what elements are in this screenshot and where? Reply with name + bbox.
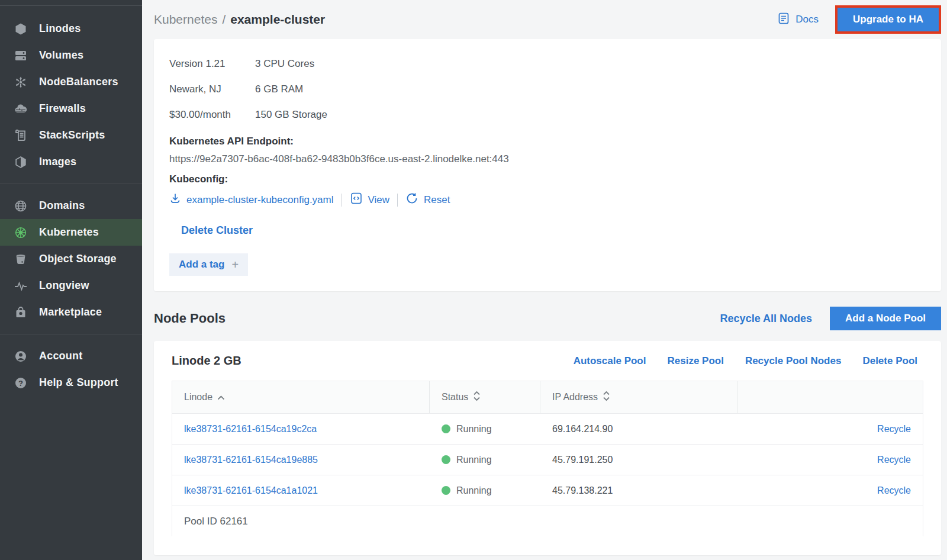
sidebar-item-label: Account bbox=[39, 350, 82, 362]
code-view-icon bbox=[350, 192, 363, 208]
download-icon bbox=[169, 192, 181, 207]
volumes-icon bbox=[13, 48, 28, 63]
docs-link[interactable]: Docs bbox=[777, 12, 819, 28]
add-tag-label: Add a tag bbox=[179, 259, 224, 271]
table-row: lke38731-62161-6154ca19e885 Running 45.7… bbox=[172, 444, 923, 475]
node-pool-card: Linode 2 GB Autoscale Pool Resize Pool R… bbox=[154, 341, 941, 555]
column-header-linode[interactable]: Linode bbox=[172, 381, 430, 413]
sidebar-item-kubernetes[interactable]: Kubernetes bbox=[0, 219, 142, 246]
marketplace-icon bbox=[13, 305, 28, 320]
status-cell: Running bbox=[430, 455, 540, 465]
linode-link[interactable]: lke38731-62161-6154ca1a1021 bbox=[184, 485, 318, 495]
kubeconfig-view-link[interactable]: View bbox=[350, 192, 390, 208]
svg-text:?: ? bbox=[18, 378, 23, 387]
table-row: lke38731-62161-6154ca19c2ca Running 69.1… bbox=[172, 413, 923, 444]
delete-cluster-link[interactable]: Delete Cluster bbox=[181, 224, 253, 237]
action-cell: Recycle bbox=[737, 424, 923, 435]
header-actions: Docs Upgrade to HA bbox=[777, 5, 941, 34]
sidebar-item-linodes[interactable]: Linodes bbox=[0, 15, 142, 42]
node-pools-bar: Node Pools Recycle All Nodes Add a Node … bbox=[154, 301, 941, 336]
nodes-table-header: Linode Status IP Address bbox=[172, 381, 923, 413]
cluster-price: $30.00/month bbox=[169, 102, 255, 127]
sidebar-item-nodebalancers[interactable]: NodeBalancers bbox=[0, 69, 142, 95]
annotation-highlight: Upgrade to HA bbox=[835, 5, 941, 34]
breadcrumb: Kubernetes / example-cluster bbox=[154, 12, 325, 27]
api-endpoint-url: https://9e2a7307-b6ac-408f-ba62-9483b0b3… bbox=[169, 153, 926, 165]
recycle-pool-nodes-link[interactable]: Recycle Pool Nodes bbox=[745, 355, 842, 367]
pool-id-label: Pool ID 62161 bbox=[172, 516, 430, 527]
kubeconfig-download-link[interactable]: example-cluster-kubeconfig.yaml bbox=[169, 192, 334, 207]
cluster-cpu: 3 CPU Cores bbox=[255, 51, 418, 76]
breadcrumb-separator: / bbox=[222, 12, 226, 27]
pool-title: Linode 2 GB bbox=[172, 354, 241, 368]
autoscale-pool-link[interactable]: Autoscale Pool bbox=[574, 355, 646, 367]
column-label: IP Address bbox=[552, 392, 598, 403]
page-title: example-cluster bbox=[230, 12, 325, 27]
status-running-dot bbox=[442, 455, 450, 464]
kubeconfig-filename: example-cluster-kubeconfig.yaml bbox=[186, 194, 334, 206]
api-endpoint-block: Kubernetes API Endpoint: https://9e2a730… bbox=[169, 136, 926, 165]
sidebar-item-label: Linodes bbox=[39, 22, 80, 35]
sidebar-item-volumes[interactable]: Volumes bbox=[0, 42, 142, 69]
reset-label: Reset bbox=[424, 194, 450, 206]
nodes-table: Linode Status IP Address bbox=[172, 381, 923, 536]
recycle-all-nodes-link[interactable]: Recycle All Nodes bbox=[720, 313, 812, 325]
linode-link[interactable]: lke38731-62161-6154ca19c2ca bbox=[184, 424, 317, 434]
sidebar-item-label: Images bbox=[39, 156, 76, 168]
delete-pool-link[interactable]: Delete Pool bbox=[862, 355, 917, 367]
sidebar-item-label: Domains bbox=[39, 199, 85, 212]
sidebar-item-object-storage[interactable]: Object Storage bbox=[0, 246, 142, 272]
status-label: Running bbox=[456, 455, 492, 465]
api-endpoint-label: Kubernetes API Endpoint: bbox=[169, 136, 926, 147]
linode-link[interactable]: lke38731-62161-6154ca19e885 bbox=[184, 455, 318, 465]
cluster-storage: 150 GB Storage bbox=[255, 102, 418, 127]
recycle-link[interactable]: Recycle bbox=[877, 424, 911, 434]
column-header-ip[interactable]: IP Address bbox=[540, 381, 737, 413]
recycle-link[interactable]: Recycle bbox=[877, 485, 911, 495]
resize-pool-link[interactable]: Resize Pool bbox=[667, 355, 723, 367]
column-header-status[interactable]: Status bbox=[430, 381, 540, 413]
kubernetes-icon bbox=[13, 225, 28, 240]
nodebalancers-icon bbox=[13, 75, 28, 90]
sidebar-item-marketplace[interactable]: Marketplace bbox=[0, 299, 142, 326]
kubeconfig-block: Kubeconfig: example-cluster-kubeconfig.y… bbox=[169, 173, 926, 208]
status-running-dot bbox=[442, 424, 450, 433]
separator bbox=[342, 194, 342, 207]
sidebar-item-label: StackScripts bbox=[39, 129, 105, 141]
cluster-summary-card: Version 1.21 3 CPU Cores Newark, NJ 6 GB… bbox=[154, 39, 941, 291]
status-cell: Running bbox=[430, 485, 540, 496]
sidebar-item-firewalls[interactable]: Firewalls bbox=[0, 95, 142, 122]
sidebar-item-help-support[interactable]: ? Help & Support bbox=[0, 369, 142, 396]
sidebar-item-images[interactable]: Images bbox=[0, 149, 142, 175]
recycle-link[interactable]: Recycle bbox=[877, 455, 911, 465]
sidebar: Linodes Volumes Node bbox=[0, 0, 142, 560]
sidebar-item-stackscripts[interactable]: StackScripts bbox=[0, 122, 142, 149]
column-label: Status bbox=[442, 392, 468, 403]
account-icon bbox=[13, 349, 28, 364]
add-tag-button[interactable]: Add a tag + bbox=[169, 253, 248, 276]
docs-label: Docs bbox=[795, 14, 819, 25]
pool-id-row: Pool ID 62161 bbox=[172, 506, 923, 536]
status-label: Running bbox=[456, 485, 492, 496]
linode-cell: lke38731-62161-6154ca1a1021 bbox=[172, 485, 430, 496]
linodes-icon bbox=[13, 21, 28, 37]
sidebar-item-longview[interactable]: Longview bbox=[0, 272, 142, 299]
upgrade-to-ha-button[interactable]: Upgrade to HA bbox=[838, 8, 939, 31]
sort-both-icon bbox=[473, 391, 481, 404]
kubeconfig-label: Kubeconfig: bbox=[169, 173, 926, 185]
images-icon bbox=[13, 155, 28, 170]
sidebar-item-label: NodeBalancers bbox=[39, 76, 118, 88]
page-header: Kubernetes / example-cluster Docs Upgrad… bbox=[154, 0, 941, 39]
sidebar-item-account[interactable]: Account bbox=[0, 343, 142, 369]
cluster-region: Newark, NJ bbox=[169, 76, 255, 102]
add-node-pool-button[interactable]: Add a Node Pool bbox=[830, 307, 941, 330]
firewalls-icon bbox=[13, 101, 28, 117]
docs-icon bbox=[777, 12, 790, 28]
pool-header: Linode 2 GB Autoscale Pool Resize Pool R… bbox=[154, 341, 941, 378]
action-cell: Recycle bbox=[737, 485, 923, 496]
sidebar-divider bbox=[0, 334, 142, 334]
sidebar-item-label: Kubernetes bbox=[39, 226, 99, 239]
breadcrumb-kubernetes-link[interactable]: Kubernetes bbox=[154, 12, 217, 27]
sidebar-item-domains[interactable]: Domains bbox=[0, 192, 142, 219]
kubeconfig-reset-link[interactable]: Reset bbox=[405, 192, 450, 208]
